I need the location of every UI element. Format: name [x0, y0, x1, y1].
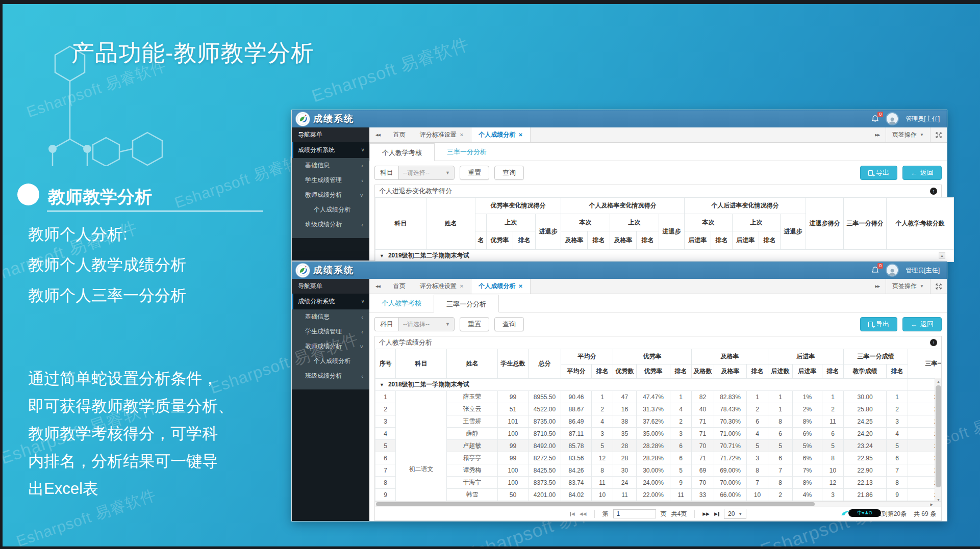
- subtab-personal-teaching-assessment[interactable]: 个人教学考核: [369, 143, 435, 161]
- scrollbar-thumb[interactable]: [376, 502, 815, 506]
- sidebar-item-2[interactable]: 教师成绩分析˅: [292, 339, 369, 354]
- exam-group-row[interactable]: ▼2019级初二第二学期期末考试: [375, 250, 954, 262]
- next-page-button[interactable]: ▶▶: [702, 511, 710, 516]
- export-file-icon: [868, 322, 873, 327]
- tab-2[interactable]: 个人成绩分析✕: [471, 279, 530, 294]
- current-user[interactable]: 管理员[主任]: [906, 266, 940, 275]
- reset-button[interactable]: 重置: [460, 317, 489, 331]
- tab-operations-menu[interactable]: 页签操作▼: [886, 127, 931, 142]
- cell: 71: [692, 415, 714, 428]
- app-window-2: 成绩系统 0 管理员[主任] 导航菜单 成绩分析系统 ˅ 基础信息‹学生成绩管理…: [291, 261, 947, 521]
- molecule-decoration: [18, 13, 166, 166]
- subtab-three-rates-one-score[interactable]: 三率一分分析: [435, 143, 499, 161]
- table-row: 5卢超敏998492.0085.7852828.28%67070.71%555%…: [375, 440, 942, 452]
- collapse-tabs-icon[interactable]: ◀◀: [369, 279, 386, 294]
- fullscreen-icon[interactable]: [931, 127, 947, 142]
- back-button[interactable]: ← 返回: [902, 317, 942, 331]
- cell: 8492.00: [529, 440, 561, 452]
- collapse-tabs-icon[interactable]: ◀◀: [369, 127, 386, 142]
- sidebar-item-score-analysis-system[interactable]: 成绩分析系统 ˅: [292, 294, 369, 309]
- scroll-tabs-icon[interactable]: ▶▶: [869, 127, 886, 142]
- avatar[interactable]: [887, 113, 898, 124]
- cell-index: 4: [375, 428, 396, 440]
- horizontal-scrollbar[interactable]: ▶: [375, 501, 941, 507]
- cell: 8%: [793, 477, 822, 489]
- sidebar-item-3[interactable]: 个人成绩分析: [292, 202, 369, 217]
- notifications-bell-icon[interactable]: 0: [871, 115, 879, 123]
- export-button[interactable]: 导出: [860, 317, 897, 331]
- cell: 28.28%: [637, 452, 670, 464]
- cell: 31.37%: [637, 403, 670, 415]
- chevron-left-icon: ‹: [361, 163, 363, 169]
- cell: 84.26: [561, 464, 592, 477]
- sidebar-item-score-analysis-system[interactable]: 成绩分析系统 ˅: [292, 142, 369, 158]
- sidebar-item-3[interactable]: 个人成绩分析: [292, 354, 369, 369]
- col-total-students: 学生总数: [498, 349, 529, 379]
- cell: 69: [692, 464, 714, 477]
- table-row: 9韩雪504201.0084.02101122.00%113366.00%102…: [375, 489, 942, 501]
- subject-select[interactable]: --请选择-- ▼: [398, 317, 455, 331]
- scroll-tabs-icon[interactable]: ▶▶: [869, 279, 886, 294]
- export-button[interactable]: 导出: [860, 166, 897, 180]
- collapse-panel-icon[interactable]: ↑: [930, 188, 937, 195]
- search-button[interactable]: 查询: [494, 317, 524, 331]
- subject-label: 科目: [374, 317, 398, 331]
- page-input[interactable]: [613, 509, 656, 518]
- cell: 6%: [793, 428, 822, 440]
- fullscreen-icon[interactable]: [931, 279, 947, 294]
- sidebar-item-2[interactable]: 教师成绩分析˅: [292, 188, 369, 202]
- exam-group-row[interactable]: ▼2018级初二第一学期期末考试: [375, 379, 942, 391]
- sidebar-item-1[interactable]: 学生成绩管理‹: [292, 324, 369, 339]
- cell: 12: [592, 452, 613, 464]
- last-page-button[interactable]: ▶: [714, 511, 719, 516]
- cell: 22.00%: [637, 489, 670, 501]
- sidebar-item-1[interactable]: 学生成绩管理‹: [292, 173, 369, 188]
- subtab-personal-teaching-assessment[interactable]: 个人教学考核: [369, 294, 434, 312]
- current-user[interactable]: 管理员[主任]: [906, 115, 940, 123]
- cell: 10: [822, 464, 844, 477]
- tab-2[interactable]: 个人成绩分析✕: [471, 127, 530, 142]
- notifications-bell-icon[interactable]: 0: [871, 266, 879, 274]
- app-logo-icon: [296, 264, 310, 277]
- cell-index: 6: [375, 452, 396, 464]
- avatar[interactable]: [887, 265, 898, 276]
- scrollbar-thumb[interactable]: [936, 385, 941, 487]
- close-tab-icon[interactable]: ✕: [518, 283, 522, 289]
- cell: 51: [498, 403, 529, 415]
- cell: 22.90: [844, 464, 887, 477]
- col-subject: 科目: [396, 349, 447, 379]
- subject-select[interactable]: --请选择-- ▼: [398, 166, 455, 180]
- page-size-select[interactable]: 20 ▼: [724, 509, 746, 519]
- sidebar-item-4[interactable]: 班级成绩分析‹: [292, 217, 369, 232]
- subtab-three-rates-one-score[interactable]: 三率一分分析: [434, 295, 499, 312]
- cell: 5: [822, 440, 844, 452]
- close-tab-icon[interactable]: ✕: [460, 283, 464, 289]
- tab-1[interactable]: 评分标准设置✕: [413, 127, 471, 142]
- slide-border-bottom: [0, 546, 980, 549]
- header-actions: 0 管理员[主任]: [871, 265, 940, 276]
- chevron-down-icon: ˅: [360, 344, 363, 350]
- sidebar-item-0[interactable]: 基础信息‹: [292, 158, 369, 173]
- tab-0[interactable]: 首页: [386, 127, 413, 142]
- first-page-button[interactable]: ◀: [570, 511, 575, 516]
- sidebar-menu: 基础信息‹学生成绩管理‹教师成绩分析˅个人成绩分析班级成绩分析‹: [292, 158, 369, 238]
- tab-operations-menu[interactable]: 页签操作▼: [886, 279, 931, 294]
- scroll-up-icon[interactable]: ▲: [935, 378, 941, 385]
- vertical-scrollbar[interactable]: ▲ ▼: [935, 378, 941, 501]
- close-tab-icon[interactable]: ✕: [518, 132, 522, 138]
- prev-page-button[interactable]: ◀◀: [580, 511, 587, 516]
- col-total-score: 总分: [529, 349, 561, 379]
- cell: 24: [613, 477, 637, 489]
- reset-button[interactable]: 重置: [460, 166, 489, 180]
- scroll-up-icon[interactable]: ▲: [939, 252, 945, 259]
- tab-0[interactable]: 首页: [386, 279, 413, 294]
- scroll-down-icon[interactable]: ▼: [935, 496, 941, 501]
- tab-1[interactable]: 评分标准设置✕: [413, 279, 471, 294]
- sidebar-item-4[interactable]: 班级成绩分析‹: [292, 369, 369, 383]
- search-button[interactable]: 查询: [494, 166, 524, 180]
- sidebar-item-0[interactable]: 基础信息‹: [292, 309, 369, 324]
- close-tab-icon[interactable]: ✕: [460, 132, 464, 138]
- collapse-panel-icon[interactable]: ↑: [930, 339, 937, 346]
- back-button[interactable]: ← 返回: [902, 166, 942, 180]
- cell: 47.47%: [637, 391, 670, 403]
